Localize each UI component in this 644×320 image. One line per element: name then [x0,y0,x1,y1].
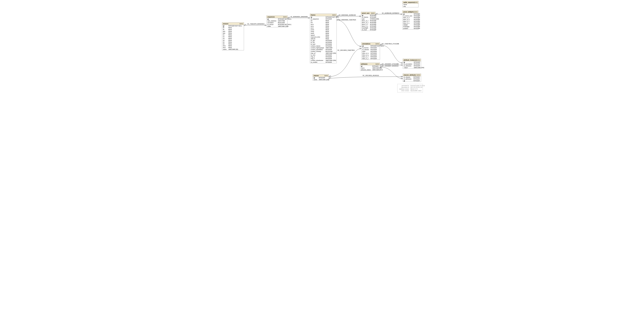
table-title: frames [311,14,316,16]
table-tag: [table] [414,2,418,3]
column-row: bbox_ul_xINTEGER [361,20,380,22]
table-tag: [table] [371,12,374,14]
column-type: BOOLEAN [325,50,340,52]
column-row: context_speedlimitINTEGER [310,49,340,50]
info-value: SQLiteJDBC native [410,90,426,92]
table-title: annot_taillights [403,11,414,12]
column-type: INTEGER [370,58,385,60]
column-row: bbox_lr_yINTEGER [361,25,380,27]
column-name: tdc2 [222,46,228,48]
column-type: STRING (200) [369,18,380,20]
column-row: "value"VARCHAR (256) [403,67,425,68]
column-row: acczREAL [310,27,340,29]
column-name: speed [310,34,325,36]
column-row: idINTEGER [402,13,421,15]
column-name: id [313,77,318,79]
column-name: id [310,16,325,18]
table-title: annotations [362,43,370,44]
column-name: name [403,4,415,6]
column-name: ts_cam [310,54,325,56]
column-type: INTEGER [413,24,421,26]
table-title: sequences [268,16,275,18]
column-type: REAL [228,40,244,41]
table-tag: [table] [414,11,418,12]
column-type: VARCHAR (256) [318,79,330,80]
column-row: k1REAL [222,34,244,36]
table-body: idINTEGER NOT NULLid_sequenceINTEGERlatR… [310,16,340,63]
column-type: REAL [228,27,244,28]
column-row: id_trackINTEGER [361,29,380,31]
column-name: ppy [222,32,228,34]
column-name: ts_context [310,61,325,63]
table-title: annot_cars [362,12,370,14]
column-row: id_framesINTEGER [362,47,385,49]
column-row: latREAL [310,20,340,22]
info-label: generated on [399,87,410,88]
column-row: idINTEGER NOT NULL [362,45,385,47]
column-row: nameVARCHAR (256) [313,79,330,80]
column-row: k6REAL [222,43,244,45]
column-type: DATETIME [277,20,292,22]
column-type: REAL [228,46,244,48]
column-row: ts_camINTEGER [310,54,340,56]
column-type: REAL [325,20,340,22]
column-row: bbox_lr_xINTEGER [362,56,385,58]
column-type: INTEGER [370,56,385,58]
column-name: id_frames [362,47,370,49]
column-type: INTEGER [413,80,421,82]
column-name: bbox_ul_y [362,54,370,56]
column-type: INTEGER [369,14,380,16]
column-type: INTEGER [413,61,425,63]
column-name: context_speedlimit [310,49,325,50]
column-name: context_streetname [310,60,325,61]
column-type: REAL [325,32,340,34]
column-row: id_attributesINTEGER [403,65,425,67]
table-body: idINTEGER NOT NULLid_framesINTEGERid_cla… [362,45,385,60]
column-name: id_sequence [310,18,325,20]
column-name: name [360,67,372,69]
column-name: bbox_lr_x [402,20,413,22]
table-title: attribute_instances [404,59,417,61]
column-row: idINTEGER NOT NULL [266,18,292,20]
table-title: attributes [361,63,368,65]
column-type: INTEGER [370,50,385,52]
column-row: ppyREAL [222,32,244,34]
column-name: bbox_ul_y [361,22,369,24]
column-name: id [360,65,372,67]
column-row: bbox_ul_xINTEGER [362,52,385,54]
column-row: id_sequenceINTEGER [310,18,340,20]
table-attribute-instances: attribute_instances[table] idINTEGERid_a… [403,59,421,69]
column-row: idINTEGER NOT NULL [222,25,244,27]
column-type: INTEGER [325,56,340,58]
column-type: INTEGER [370,49,385,50]
column-type: REAL [325,34,340,36]
column-type: INTEGER [413,65,425,67]
column-row: bbox_lr_xINTEGER [402,20,421,22]
column-name: start_datetime [266,20,277,22]
column-name: id_classes [362,49,370,50]
column-name: img_w [310,56,325,58]
column-type: INTEGER [325,18,340,20]
column-row: ts_contextINTEGER [310,61,340,63]
column-name: folder [266,25,277,27]
column-name: bbox_lr_x [361,24,369,25]
table-sequences: sequences[table] idINTEGER NOT NULLstart… [266,16,288,27]
column-type: REAL [228,41,244,43]
column-type: REAL [228,28,244,30]
column-row: accxREAL [310,24,340,25]
column-name: k6 [222,43,228,45]
column-type: REAL [325,22,340,24]
column-row: img_wINTEGER [310,56,340,58]
rel-label: SC_32E13826_40165310 [362,75,379,76]
table-annot-cars: annot_cars[table] idINTEGERid_framesINTE… [361,12,376,31]
column-row: ts_accINTEGER [310,42,340,43]
column-name: accx [310,24,325,25]
column-type: VARCHAR (256) [413,67,425,68]
column-row: id_annotationINTEGER [403,63,425,65]
column-type: INTEGER [369,27,380,29]
column-type: INTEGER [370,47,385,49]
column-row: typeSTRING (200) [361,18,380,20]
column-name: bbox_lr_y [362,58,370,60]
column-name: context_highwaytype [310,47,325,49]
column-row: trackINTEGER [362,50,385,52]
